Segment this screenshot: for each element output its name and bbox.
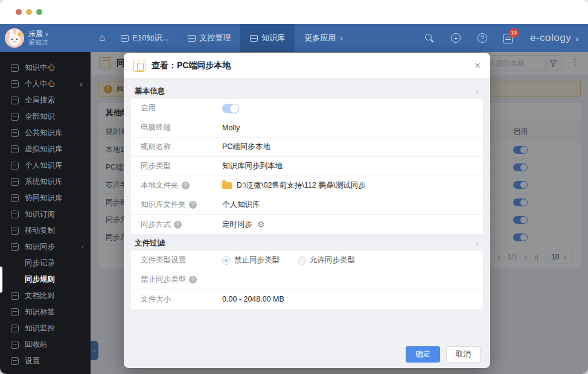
sidebar-menu: 知识中心个人中心∨全局搜索全部知识公共知识库虚拟知识库个人知识库系统知识库协同知… — [0, 60, 91, 369]
field-label: 电脑终端 — [141, 122, 222, 133]
sidebar-item-label: 同步规则 — [25, 274, 55, 285]
sidebar-item-label: 知识监控 — [25, 323, 55, 334]
nav-tab-label: 文控管理 — [199, 33, 231, 43]
confirm-button[interactable]: 确定 — [406, 346, 440, 363]
window-minimize-button[interactable] — [26, 9, 32, 15]
field-value — [222, 104, 239, 113]
sidebar-item-label: 知识中心 — [25, 63, 55, 73]
close-icon[interactable]: × — [475, 60, 481, 71]
nav-tab-2[interactable]: 文控管理 — [178, 24, 240, 52]
form-row: 同步类型知识库同步到本地 — [131, 157, 483, 176]
user-menu[interactable]: 乐晨∨ 采知连 — [0, 28, 91, 48]
radio-option[interactable]: 禁止同步类型 — [222, 255, 280, 265]
field-label-text: 同步方式 — [141, 220, 171, 230]
nav-tab-1[interactable]: E10知识... — [111, 24, 178, 52]
field-label-text: 启用 — [141, 103, 156, 113]
help-icon[interactable]: ? — [174, 221, 182, 229]
sync-icon — [11, 243, 19, 251]
gear-icon[interactable]: ⚙ — [257, 220, 265, 229]
sidebar-item-14[interactable]: 同步规则 — [0, 271, 91, 288]
field-value-text: 0.00 - 2048.00 MB — [222, 295, 284, 303]
chevron-right-icon: › — [81, 244, 83, 250]
field-label-text: 禁止同步类型 — [141, 274, 186, 285]
notification-badge: 13 — [509, 28, 519, 37]
field-label: 同步方式? — [141, 220, 222, 230]
field-value: D:\泛微\02售前支持\112 鹏鼎\测试同步 — [222, 180, 366, 191]
user-org: 采知连 — [28, 39, 49, 47]
modal-title: 查看：PC端同步本地 — [152, 60, 231, 71]
sidebar-item-1[interactable]: 知识中心 — [0, 60, 91, 76]
modal-section-2: 文件过滤∨文件类型设置禁止同步类型允许同步类型禁止同步类型?文件大小0.00 -… — [131, 235, 483, 309]
section-rows: 文件类型设置禁止同步类型允许同步类型禁止同步类型?文件大小0.00 - 2048… — [131, 251, 483, 309]
field-label: 同步类型 — [141, 161, 222, 171]
nav-tab-label: E10知识... — [132, 33, 168, 43]
form-row: 规则名称PC端同步本地 — [131, 138, 483, 157]
field-label-text: 同步类型 — [141, 161, 171, 171]
radio-label: 禁止同步类型 — [234, 255, 280, 265]
help-icon[interactable]: ? — [189, 276, 197, 284]
brand-menu[interactable]: e-cology∨ — [530, 32, 580, 44]
sidebar-item-label: 知识标签 — [25, 307, 55, 317]
user-name: 乐晨 — [28, 30, 43, 38]
help-icon[interactable]: ? — [189, 201, 197, 209]
folder-icon — [222, 182, 232, 189]
field-label: 文件类型设置 — [141, 255, 222, 265]
sidebar-item-label: 移动复制 — [25, 226, 55, 236]
sidebar-item-13[interactable]: 同步记录 — [0, 255, 91, 271]
field-value: 个人知识库 — [222, 200, 260, 210]
form-row: 电脑终端Molly — [131, 118, 483, 138]
form-row: 文件类型设置禁止同步类型允许同步类型 — [131, 251, 483, 270]
sidebar-item-8[interactable]: 系统知识库 — [0, 174, 91, 190]
sidebar-item-16[interactable]: 知识标签 — [0, 304, 91, 320]
help-icon[interactable]: ? — [182, 182, 190, 189]
enable-toggle[interactable] — [222, 104, 239, 113]
sidebar-item-label: 知识同步 — [25, 242, 55, 252]
sidebar-item-18[interactable]: 回收站 — [0, 337, 91, 353]
sidebar-item-19[interactable]: 设置 — [0, 353, 91, 369]
radio-circle — [298, 256, 306, 265]
sidebar-item-9[interactable]: 协同知识库 — [0, 190, 91, 206]
sidebar-item-4[interactable]: 全部知识 — [0, 109, 91, 125]
question-glyph: ? — [478, 33, 487, 43]
sidebar-item-10[interactable]: 知识订阅 — [0, 206, 91, 223]
window-zoom-button[interactable] — [36, 9, 42, 15]
sidebar-item-3[interactable]: 全局搜索 — [0, 92, 91, 109]
section-collapse-icon[interactable]: ∨ — [475, 88, 479, 95]
nav-tab-4[interactable]: 更多应用∨ — [295, 24, 353, 52]
field-value-text: Molly — [222, 124, 240, 132]
sidebar-item-label: 个人知识库 — [25, 160, 63, 171]
sidebar-item-12[interactable]: 知识同步› — [0, 239, 91, 255]
trash-icon — [11, 341, 19, 349]
sidebar-item-11[interactable]: 移动复制 — [0, 223, 91, 239]
sidebar-item-6[interactable]: 虚拟知识库 — [0, 141, 91, 157]
help-circle-icon[interactable]: ? — [477, 33, 488, 43]
cancel-button[interactable]: 取消 — [446, 346, 481, 363]
form-row: 本地文件夹?D:\泛微\02售前支持\112 鹏鼎\测试同步 — [131, 176, 483, 195]
section-rows: 启用电脑终端Molly规则名称PC端同步本地同步类型知识库同步到本地本地文件夹?… — [131, 99, 483, 234]
app-tray-icon — [250, 35, 258, 42]
sidebar-item-7[interactable]: 个人知识库 — [0, 157, 91, 174]
subscribe-icon — [11, 211, 19, 218]
sidebar-item-label: 文档比对 — [25, 291, 55, 301]
search-icon[interactable] — [424, 33, 435, 43]
field-label-text: 知识库文件夹 — [141, 200, 186, 210]
radio-circle — [222, 256, 231, 265]
sidebar-item-17[interactable]: 知识监控 — [0, 320, 91, 337]
folder-path: D:\泛微\02售前支持\112 鹏鼎\测试同步 — [237, 180, 366, 191]
form-row: 文件大小0.00 - 2048.00 MB — [131, 290, 483, 309]
notification-icon[interactable]: 13 — [503, 33, 514, 43]
section-collapse-icon[interactable]: ∨ — [475, 240, 479, 247]
window-close-button[interactable] — [16, 9, 22, 15]
app-window: 乐晨∨ 采知连 ⌂ E10知识...文控管理知识库更多应用∨ + ? 13 e-… — [0, 0, 588, 374]
home-icon[interactable]: ⌂ — [99, 32, 105, 44]
app-tray-icon — [188, 35, 196, 42]
radio-option[interactable]: 允许同步类型 — [298, 255, 355, 265]
field-value: 知识库同步到本地 — [222, 161, 283, 171]
sidebar-item-5[interactable]: 公共知识库 — [0, 125, 91, 141]
sidebar-item-label: 全局搜索 — [25, 95, 55, 106]
plus-circle-icon[interactable]: + — [450, 33, 461, 43]
sidebar-item-2[interactable]: 个人中心∨ — [0, 76, 91, 92]
field-label: 启用 — [141, 103, 222, 113]
nav-tab-3[interactable]: 知识库 — [240, 24, 295, 52]
sidebar-item-15[interactable]: 文档比对 — [0, 288, 91, 304]
